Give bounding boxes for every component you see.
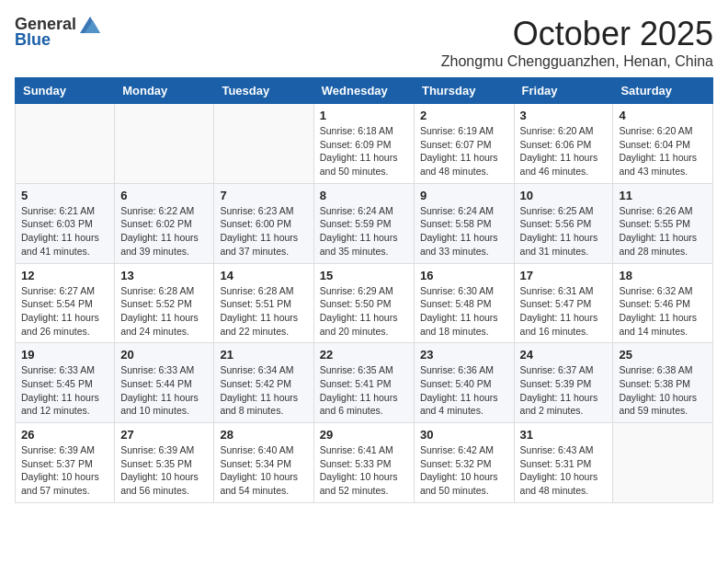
day-info: Sunrise: 6:23 AM Sunset: 6:00 PM Dayligh…	[220, 204, 307, 259]
calendar-week-row: 12Sunrise: 6:27 AM Sunset: 5:54 PM Dayli…	[16, 263, 713, 343]
day-info: Sunrise: 6:27 AM Sunset: 5:54 PM Dayligh…	[21, 284, 108, 339]
logo-icon	[80, 17, 100, 33]
calendar-day-25: 25Sunrise: 6:38 AM Sunset: 5:38 PM Dayli…	[613, 343, 713, 423]
day-number: 19	[21, 348, 108, 362]
day-info: Sunrise: 6:41 AM Sunset: 5:33 PM Dayligh…	[320, 443, 408, 498]
day-info: Sunrise: 6:24 AM Sunset: 5:59 PM Dayligh…	[320, 204, 408, 259]
day-info: Sunrise: 6:19 AM Sunset: 6:07 PM Dayligh…	[420, 124, 508, 178]
calendar-week-row: 1Sunrise: 6:18 AM Sunset: 6:09 PM Daylig…	[16, 104, 713, 184]
calendar-day-18: 18Sunrise: 6:32 AM Sunset: 5:46 PM Dayli…	[613, 263, 713, 343]
calendar-day-29: 29Sunrise: 6:41 AM Sunset: 5:33 PM Dayli…	[313, 423, 414, 503]
calendar-day-7: 7Sunrise: 6:23 AM Sunset: 6:00 PM Daylig…	[214, 183, 313, 263]
day-number: 25	[619, 348, 707, 362]
day-info: Sunrise: 6:20 AM Sunset: 6:06 PM Dayligh…	[520, 124, 608, 178]
calendar-day-4: 4Sunrise: 6:20 AM Sunset: 6:04 PM Daylig…	[613, 104, 713, 184]
calendar-table: SundayMondayTuesdayWednesdayThursdayFrid…	[15, 77, 713, 503]
day-info: Sunrise: 6:22 AM Sunset: 6:02 PM Dayligh…	[120, 204, 208, 259]
calendar-day-31: 31Sunrise: 6:43 AM Sunset: 5:31 PM Dayli…	[514, 423, 613, 503]
calendar-day-14: 14Sunrise: 6:28 AM Sunset: 5:51 PM Dayli…	[214, 263, 313, 343]
day-number: 26	[21, 428, 108, 442]
calendar-day-5: 5Sunrise: 6:21 AM Sunset: 6:03 PM Daylig…	[16, 183, 115, 263]
day-number: 20	[120, 348, 208, 362]
calendar-day-17: 17Sunrise: 6:31 AM Sunset: 5:47 PM Dayli…	[514, 263, 613, 343]
day-number: 24	[520, 348, 608, 362]
day-info: Sunrise: 6:33 AM Sunset: 5:45 PM Dayligh…	[21, 363, 108, 418]
day-info: Sunrise: 6:30 AM Sunset: 5:48 PM Dayligh…	[420, 284, 508, 339]
day-number: 14	[220, 269, 307, 282]
day-number: 22	[320, 348, 408, 362]
day-info: Sunrise: 6:39 AM Sunset: 5:35 PM Dayligh…	[120, 443, 208, 498]
day-info: Sunrise: 6:34 AM Sunset: 5:42 PM Dayligh…	[220, 363, 307, 418]
calendar-day-24: 24Sunrise: 6:37 AM Sunset: 5:39 PM Dayli…	[514, 343, 613, 423]
day-info: Sunrise: 6:28 AM Sunset: 5:52 PM Dayligh…	[120, 284, 208, 339]
calendar-day-2: 2Sunrise: 6:19 AM Sunset: 6:07 PM Daylig…	[414, 104, 514, 184]
calendar-day-6: 6Sunrise: 6:22 AM Sunset: 6:02 PM Daylig…	[115, 183, 214, 263]
day-number: 7	[220, 189, 307, 202]
day-info: Sunrise: 6:20 AM Sunset: 6:04 PM Dayligh…	[619, 124, 707, 178]
day-number: 30	[420, 428, 508, 442]
day-number: 29	[320, 428, 408, 442]
calendar-day-11: 11Sunrise: 6:26 AM Sunset: 5:55 PM Dayli…	[613, 183, 713, 263]
day-info: Sunrise: 6:21 AM Sunset: 6:03 PM Dayligh…	[21, 204, 108, 259]
day-info: Sunrise: 6:38 AM Sunset: 5:38 PM Dayligh…	[619, 363, 707, 418]
calendar-day-21: 21Sunrise: 6:34 AM Sunset: 5:42 PM Dayli…	[214, 343, 313, 423]
location-title: Zhongmu Chengguanzhen, Henan, China	[441, 53, 713, 70]
day-info: Sunrise: 6:32 AM Sunset: 5:46 PM Dayligh…	[619, 284, 707, 339]
month-title: October 2025	[441, 15, 713, 53]
weekday-header-monday: Monday	[115, 78, 214, 104]
day-number: 21	[220, 348, 307, 362]
title-section: October 2025 Zhongmu Chengguanzhen, Hena…	[441, 15, 713, 70]
calendar-day-30: 30Sunrise: 6:42 AM Sunset: 5:32 PM Dayli…	[414, 423, 514, 503]
weekday-header-friday: Friday	[514, 78, 613, 104]
calendar-day-26: 26Sunrise: 6:39 AM Sunset: 5:37 PM Dayli…	[16, 423, 115, 503]
day-info: Sunrise: 6:42 AM Sunset: 5:32 PM Dayligh…	[420, 443, 508, 498]
logo: General Blue	[15, 15, 100, 50]
day-number: 12	[21, 269, 108, 282]
calendar-week-row: 19Sunrise: 6:33 AM Sunset: 5:45 PM Dayli…	[16, 343, 713, 423]
day-number: 23	[420, 348, 508, 362]
calendar-day-3: 3Sunrise: 6:20 AM Sunset: 6:06 PM Daylig…	[514, 104, 613, 184]
calendar-day-16: 16Sunrise: 6:30 AM Sunset: 5:48 PM Dayli…	[414, 263, 514, 343]
calendar-day-9: 9Sunrise: 6:24 AM Sunset: 5:58 PM Daylig…	[414, 183, 514, 263]
calendar-empty-cell	[115, 104, 214, 184]
day-number: 28	[220, 428, 307, 442]
day-number: 8	[320, 189, 408, 202]
day-number: 15	[320, 269, 408, 282]
day-info: Sunrise: 6:26 AM Sunset: 5:55 PM Dayligh…	[619, 204, 707, 259]
day-number: 18	[619, 269, 707, 282]
calendar-day-10: 10Sunrise: 6:25 AM Sunset: 5:56 PM Dayli…	[514, 183, 613, 263]
day-number: 27	[120, 428, 208, 442]
calendar-day-1: 1Sunrise: 6:18 AM Sunset: 6:09 PM Daylig…	[313, 104, 414, 184]
calendar-day-13: 13Sunrise: 6:28 AM Sunset: 5:52 PM Dayli…	[115, 263, 214, 343]
day-info: Sunrise: 6:36 AM Sunset: 5:40 PM Dayligh…	[420, 363, 508, 418]
calendar-header-row: SundayMondayTuesdayWednesdayThursdayFrid…	[16, 78, 713, 104]
day-number: 1	[320, 109, 408, 122]
day-number: 3	[520, 109, 608, 122]
day-info: Sunrise: 6:33 AM Sunset: 5:44 PM Dayligh…	[120, 363, 208, 418]
weekday-header-sunday: Sunday	[16, 78, 115, 104]
calendar-day-15: 15Sunrise: 6:29 AM Sunset: 5:50 PM Dayli…	[313, 263, 414, 343]
calendar-day-23: 23Sunrise: 6:36 AM Sunset: 5:40 PM Dayli…	[414, 343, 514, 423]
day-number: 5	[21, 189, 108, 202]
day-info: Sunrise: 6:37 AM Sunset: 5:39 PM Dayligh…	[520, 363, 608, 418]
calendar-day-20: 20Sunrise: 6:33 AM Sunset: 5:44 PM Dayli…	[115, 343, 214, 423]
calendar-day-27: 27Sunrise: 6:39 AM Sunset: 5:35 PM Dayli…	[115, 423, 214, 503]
day-number: 10	[520, 189, 608, 202]
day-number: 31	[520, 428, 608, 442]
day-number: 17	[520, 269, 608, 282]
calendar-day-19: 19Sunrise: 6:33 AM Sunset: 5:45 PM Dayli…	[16, 343, 115, 423]
day-info: Sunrise: 6:39 AM Sunset: 5:37 PM Dayligh…	[21, 443, 108, 498]
calendar-empty-cell	[613, 423, 713, 503]
weekday-header-saturday: Saturday	[613, 78, 713, 104]
day-info: Sunrise: 6:31 AM Sunset: 5:47 PM Dayligh…	[520, 284, 608, 339]
day-info: Sunrise: 6:24 AM Sunset: 5:58 PM Dayligh…	[420, 204, 508, 259]
day-info: Sunrise: 6:35 AM Sunset: 5:41 PM Dayligh…	[320, 363, 408, 418]
calendar-empty-cell	[214, 104, 313, 184]
weekday-header-thursday: Thursday	[414, 78, 514, 104]
day-number: 13	[120, 269, 208, 282]
day-number: 11	[619, 189, 707, 202]
day-number: 4	[619, 109, 707, 122]
calendar-day-28: 28Sunrise: 6:40 AM Sunset: 5:34 PM Dayli…	[214, 423, 313, 503]
day-info: Sunrise: 6:28 AM Sunset: 5:51 PM Dayligh…	[220, 284, 307, 339]
calendar-week-row: 26Sunrise: 6:39 AM Sunset: 5:37 PM Dayli…	[16, 423, 713, 503]
